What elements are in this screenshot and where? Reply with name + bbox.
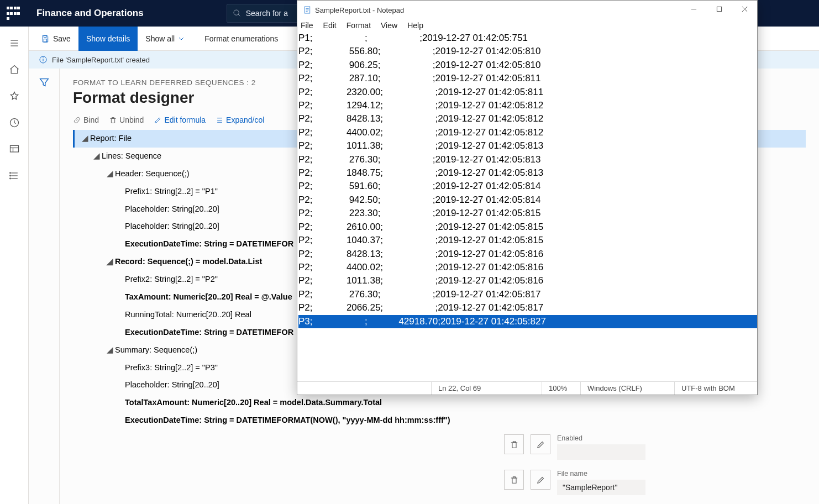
info-icon [39, 55, 48, 64]
svg-point-19 [43, 57, 44, 58]
menu-edit[interactable]: Edit [323, 21, 337, 30]
svg-point-12 [9, 172, 11, 174]
svg-rect-6 [10, 145, 18, 152]
tree-label: TaxAmount: Numeric[20..20] Real = @.Valu… [125, 288, 292, 306]
filter-icon[interactable] [38, 76, 50, 88]
trash-icon [510, 475, 519, 485]
nav-modules[interactable] [6, 167, 23, 185]
menu-file[interactable]: File [301, 21, 313, 30]
notepad-menubar: File Edit Format View Help [297, 19, 757, 32]
notepad-title-text: SampleReport.txt - Notepad [315, 6, 404, 14]
edit-formula-label: Edit formula [164, 116, 206, 124]
search-icon [233, 9, 242, 18]
status-eol: Windows (CRLF) [580, 382, 674, 395]
edit-button[interactable] [531, 470, 550, 490]
show-details-button[interactable]: Show details [78, 27, 138, 51]
svg-point-13 [9, 175, 11, 176]
status-position: Ln 22, Col 69 [431, 382, 542, 395]
tree-label: Prefix2: String[2..2] = "P2" [125, 271, 218, 288]
expand-label: Expand/col [226, 116, 264, 124]
filename-label: File name [557, 470, 645, 477]
close-button[interactable] [732, 1, 757, 17]
tree-label: Placeholder: String[20..20] [125, 218, 219, 235]
expand-collapse-button[interactable]: Expand/col [216, 116, 264, 124]
save-label: Save [53, 34, 71, 43]
format-enum-label: Format enumerations [204, 34, 278, 43]
tree-label: ExecutionDateTime: String = DATETIMEFOR [125, 324, 293, 342]
delete-button[interactable] [504, 434, 524, 454]
show-all-button[interactable]: Show all [138, 27, 197, 51]
filename-value[interactable]: "SampleReport" [557, 480, 645, 495]
show-details-label: Show details [86, 34, 130, 43]
edit-button[interactable] [531, 434, 550, 454]
tree-label: Placeholder: String[20..20] [125, 201, 219, 218]
nav-recent[interactable] [6, 114, 23, 132]
nav-workspaces[interactable] [6, 140, 23, 158]
prop-row-enabled: Enabled [504, 434, 810, 460]
svg-point-14 [9, 178, 11, 179]
leftnav [0, 27, 29, 504]
edit-formula-button[interactable]: Edit formula [154, 116, 206, 124]
bind-label: Bind [83, 116, 99, 124]
properties-panel: Enabled File name "SampleReport" [495, 426, 819, 504]
tree-label: ExecutionDateTime: String = DATETIMEFOR [125, 235, 293, 253]
app-brand: Finance and Operations [36, 8, 144, 19]
tree-label: Record: Sequence(;) = model.Data.List [115, 253, 262, 271]
nav-favorites[interactable] [6, 87, 23, 105]
menu-format[interactable]: Format [347, 21, 371, 30]
notepad-window: SampleReport.txt - Notepad File Edit For… [297, 0, 758, 395]
tree-label: Header: Sequence(;) [115, 165, 190, 183]
unbind-label: Unbind [119, 116, 144, 124]
show-all-label: Show all [145, 34, 175, 43]
chevron-down-icon [177, 34, 186, 43]
save-icon [41, 34, 50, 43]
tree-label: TotalTaxAmount: Numeric[20..20] Real = m… [125, 394, 382, 412]
info-message-text: File 'SampleReport.txt' created [52, 56, 150, 64]
tree-label: Prefix1: String[2..2] = "P1" [125, 183, 218, 201]
svg-rect-15 [44, 35, 46, 37]
delete-button[interactable] [504, 470, 524, 490]
svg-rect-28 [717, 7, 721, 11]
pencil-icon [536, 475, 545, 485]
prop-row-filename: File name "SampleReport" [504, 470, 810, 495]
notepad-titlebar[interactable]: SampleReport.txt - Notepad [297, 1, 757, 19]
tree-label: Prefix3: String[2..2] = "P3" [125, 359, 218, 377]
unbind-button[interactable]: Unbind [109, 116, 144, 124]
list-icon [216, 116, 224, 124]
tree-label: Lines: Sequence [102, 148, 161, 165]
status-encoding: UTF-8 with BOM [674, 382, 757, 395]
search-placeholder: Search for a [246, 9, 288, 18]
enabled-label: Enabled [557, 434, 645, 442]
filter-column [29, 69, 60, 504]
status-zoom: 100% [542, 382, 580, 395]
tree-label: Report: File [90, 130, 132, 148]
trash-icon [510, 440, 519, 449]
global-search[interactable]: Search for a [227, 4, 304, 23]
nav-hamburger[interactable] [6, 34, 23, 52]
svg-line-1 [238, 14, 240, 16]
save-button[interactable]: Save [33, 27, 78, 51]
format-enumerations-button[interactable]: Format enumerations [197, 27, 286, 51]
trash-icon [109, 116, 117, 124]
pencil-icon [154, 116, 162, 124]
nav-home[interactable] [6, 61, 23, 78]
menu-view[interactable]: View [381, 21, 397, 30]
tree-node-totaltax[interactable]: TotalTaxAmount: Numeric[20..20] Real = m… [73, 394, 806, 412]
menu-help[interactable]: Help [407, 21, 423, 30]
tree-label: Placeholder: String[20..20] [125, 376, 219, 394]
bind-button[interactable]: Bind [73, 116, 99, 124]
minimize-button[interactable] [681, 1, 706, 17]
notepad-text-area[interactable]: P1; ; ;2019-12-27 01:42:05:751P2; 556.80… [297, 32, 757, 381]
notepad-icon [303, 6, 312, 14]
maximize-button[interactable] [706, 1, 732, 17]
svg-point-0 [234, 10, 239, 15]
tree-label: RunningTotal: Numeric[20..20] Real [125, 306, 251, 324]
pencil-icon [536, 440, 545, 449]
tree-label: Summary: Sequence(;) [115, 342, 197, 359]
enabled-value[interactable] [557, 444, 645, 460]
status-spacer [297, 382, 431, 395]
svg-rect-16 [44, 39, 46, 41]
waffle-icon[interactable] [7, 7, 20, 20]
tree-label: ExecutionDateTime: String = DATETIMEFORM… [125, 412, 450, 429]
notepad-statusbar: Ln 22, Col 69 100% Windows (CRLF) UTF-8 … [297, 381, 757, 395]
